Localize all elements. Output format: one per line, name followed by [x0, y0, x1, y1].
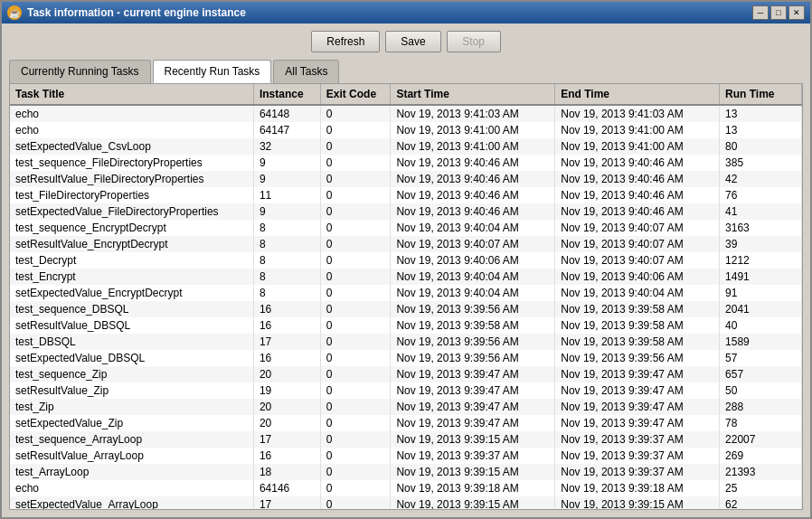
table-cell: 80 [720, 138, 802, 155]
table-row: test_FileDirectoryProperties110Nov 19, 2… [10, 187, 802, 203]
table-cell: test_sequence_DBSQL [10, 301, 253, 317]
table-row: test_Encrypt80Nov 19, 2013 9:40:04 AMNov… [10, 269, 802, 285]
title-bar-left: ☕ Task information - current engine inst… [7, 5, 246, 20]
table-cell: 32 [253, 138, 320, 155]
table-cell: 8 [253, 252, 320, 269]
minimize-button[interactable]: ─ [752, 5, 769, 20]
main-window: ☕ Task information - current engine inst… [0, 0, 812, 519]
table-cell: 0 [320, 464, 391, 480]
table-cell: setResultValue_DBSQL [10, 317, 253, 334]
close-button[interactable]: ✕ [788, 5, 805, 20]
table-row: setExpectedValue_Zip200Nov 19, 2013 9:39… [10, 415, 802, 431]
table-cell: Nov 19, 2013 9:40:06 AM [391, 252, 555, 269]
table-row: setResultValue_ArrayLoop160Nov 19, 2013 … [10, 448, 802, 464]
table-cell: 0 [320, 269, 391, 285]
table-cell: Nov 19, 2013 9:40:07 AM [555, 252, 720, 269]
table-cell: Nov 19, 2013 9:39:56 AM [391, 334, 555, 350]
table-cell: setExpectedValue_CsvLoop [10, 138, 253, 155]
table-cell: 16 [253, 448, 320, 464]
header-run-time: Run Time [720, 84, 802, 105]
table-cell: Nov 19, 2013 9:39:47 AM [391, 382, 555, 399]
table-cell: 9 [253, 203, 320, 220]
table-cell: test_FileDirectoryProperties [10, 187, 253, 203]
table-cell: 0 [320, 285, 391, 301]
table-row: test_Zip200Nov 19, 2013 9:39:47 AMNov 19… [10, 399, 802, 415]
table-cell: Nov 19, 2013 9:39:56 AM [391, 301, 555, 317]
header-task-title: Task Title [10, 84, 253, 105]
table-cell: 0 [320, 431, 391, 448]
table-row: setResultValue_Zip190Nov 19, 2013 9:39:4… [10, 382, 802, 399]
table-cell: Nov 19, 2013 9:39:18 AM [555, 480, 720, 496]
table-row: setExpectedValue_FileDirectoryProperties… [10, 203, 802, 220]
table-cell: 0 [320, 366, 391, 382]
table-cell: 42 [720, 171, 802, 187]
table-cell: setExpectedValue_ArrayLoop [10, 496, 253, 509]
table-cell: 16 [253, 301, 320, 317]
table-cell: 0 [320, 138, 391, 155]
table-cell: Nov 19, 2013 9:41:00 AM [555, 138, 720, 155]
table-cell: 22007 [720, 431, 802, 448]
table-row: test_ArrayLoop180Nov 19, 2013 9:39:15 AM… [10, 464, 802, 480]
table-cell: Nov 19, 2013 9:39:56 AM [555, 350, 720, 366]
table-cell: 0 [320, 350, 391, 366]
table-header-row: Task Title Instance Exit Code Start Time… [10, 84, 802, 105]
refresh-button[interactable]: Refresh [311, 31, 380, 52]
table-cell: 0 [320, 448, 391, 464]
tab-recently-run[interactable]: Recently Run Tasks [153, 60, 272, 83]
table-cell: 76 [720, 187, 802, 203]
table-row: setExpectedValue_CsvLoop320Nov 19, 2013 … [10, 138, 802, 155]
table-row: setResultValue_DBSQL160Nov 19, 2013 9:39… [10, 317, 802, 334]
table-cell: Nov 19, 2013 9:39:58 AM [391, 317, 555, 334]
title-bar: ☕ Task information - current engine inst… [2, 2, 810, 24]
table-cell: 13 [720, 105, 802, 122]
table-cell: Nov 19, 2013 9:40:46 AM [391, 203, 555, 220]
table-row: test_sequence_DBSQL160Nov 19, 2013 9:39:… [10, 301, 802, 317]
table-cell: Nov 19, 2013 9:40:06 AM [555, 269, 720, 285]
table-container[interactable]: Task Title Instance Exit Code Start Time… [10, 84, 802, 509]
table-cell: Nov 19, 2013 9:39:37 AM [391, 448, 555, 464]
table-cell: 0 [320, 382, 391, 399]
table-cell: 11 [253, 187, 320, 203]
table-cell: test_DBSQL [10, 334, 253, 350]
header-instance: Instance [253, 84, 320, 105]
table-cell: setExpectedValue_DBSQL [10, 350, 253, 366]
table-cell: Nov 19, 2013 9:40:04 AM [391, 269, 555, 285]
table-cell: 0 [320, 105, 391, 122]
table-cell: echo [10, 122, 253, 138]
table-cell: 1212 [720, 252, 802, 269]
table-cell: 16 [253, 317, 320, 334]
table-cell: Nov 19, 2013 9:40:04 AM [391, 220, 555, 236]
table-cell: Nov 19, 2013 9:39:47 AM [555, 382, 720, 399]
table-cell: 8 [253, 220, 320, 236]
tab-currently-running[interactable]: Currently Running Tasks [9, 60, 151, 83]
table-cell: setResultValue_EncryptDecrypt [10, 236, 253, 252]
table-cell: 0 [320, 252, 391, 269]
content-area: Task Title Instance Exit Code Start Time… [9, 83, 803, 510]
table-cell: 18 [253, 464, 320, 480]
table-cell: 64146 [253, 480, 320, 496]
table-cell: Nov 19, 2013 9:40:07 AM [555, 236, 720, 252]
table-cell: Nov 19, 2013 9:40:07 AM [555, 220, 720, 236]
table-cell: 8 [253, 269, 320, 285]
table-cell: Nov 19, 2013 9:39:15 AM [555, 496, 720, 509]
table-cell: test_Decrypt [10, 252, 253, 269]
table-cell: 2041 [720, 301, 802, 317]
maximize-button[interactable]: □ [770, 5, 787, 20]
table-cell: 19 [253, 382, 320, 399]
table-cell: 41 [720, 203, 802, 220]
table-row: test_sequence_Zip200Nov 19, 2013 9:39:47… [10, 366, 802, 382]
table-cell: 288 [720, 399, 802, 415]
save-button[interactable]: Save [385, 31, 440, 52]
table-row: test_DBSQL170Nov 19, 2013 9:39:56 AMNov … [10, 334, 802, 350]
table-cell: 25 [720, 480, 802, 496]
table-cell: setResultValue_FileDirectoryProperties [10, 171, 253, 187]
table-cell: Nov 19, 2013 9:40:04 AM [555, 285, 720, 301]
table-body: echo641480Nov 19, 2013 9:41:03 AMNov 19,… [10, 105, 802, 509]
table-cell: Nov 19, 2013 9:40:46 AM [391, 155, 555, 171]
table-cell: test_sequence_ArrayLoop [10, 431, 253, 448]
table-cell: Nov 19, 2013 9:39:47 AM [555, 366, 720, 382]
tab-all-tasks[interactable]: All Tasks [273, 60, 339, 83]
table-cell: 62 [720, 496, 802, 509]
stop-button[interactable]: Stop [447, 31, 501, 52]
table-cell: Nov 19, 2013 9:39:37 AM [555, 448, 720, 464]
